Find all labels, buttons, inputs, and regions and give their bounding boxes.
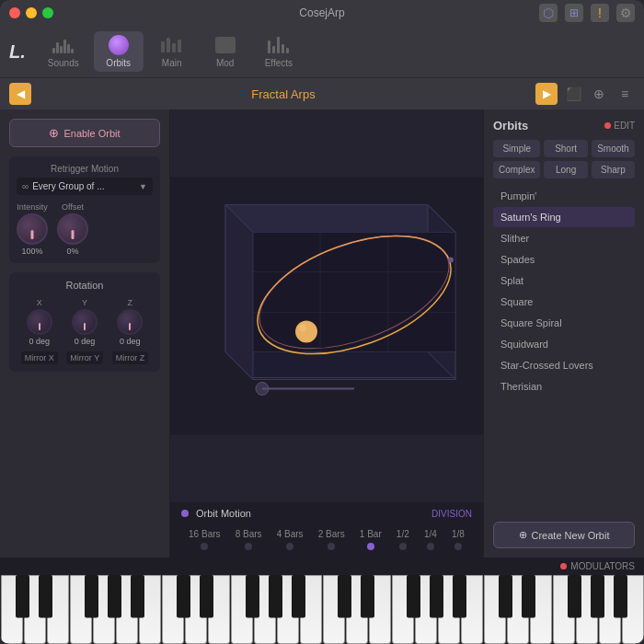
preset-next-button[interactable]: ▶ bbox=[535, 83, 558, 105]
mirror-x-button[interactable]: Mirror X bbox=[21, 351, 58, 364]
piano-key-as4[interactable] bbox=[614, 575, 627, 618]
dropdown-value: Every Group of ... bbox=[32, 181, 135, 191]
svg-marker-8 bbox=[225, 352, 455, 380]
orbit-item-therisian[interactable]: Therisian bbox=[493, 376, 635, 397]
div-quarter-dot bbox=[427, 543, 434, 550]
piano-key-cs2[interactable] bbox=[177, 575, 190, 618]
preset-save-icon[interactable]: ⬛ bbox=[563, 84, 583, 104]
grid-icon[interactable]: ⊞ bbox=[565, 4, 583, 22]
filter-short[interactable]: Short bbox=[544, 140, 587, 157]
piano-key-fs3[interactable] bbox=[407, 575, 420, 618]
piano-keyboard: .bk { fill: #1a1a1a; cursor: pointer; po… bbox=[0, 575, 644, 644]
orbits-header: Orbits EDIT bbox=[493, 119, 635, 132]
piano-key-cs4[interactable] bbox=[499, 575, 512, 618]
div-half-label: 1/2 bbox=[397, 529, 409, 539]
orbit-item-squidward[interactable]: Squidward bbox=[493, 334, 635, 354]
orbit-motion-label: Orbit Motion bbox=[196, 508, 251, 519]
piano-key-fs1[interactable] bbox=[85, 575, 98, 618]
warning-icon[interactable]: ! bbox=[591, 4, 609, 22]
preset-settings-icon[interactable]: ⊕ bbox=[589, 84, 609, 104]
settings-icon[interactable]: ⚙ bbox=[616, 4, 635, 22]
orbit-motion-indicator bbox=[181, 510, 189, 517]
division-quarter[interactable]: 1/4 bbox=[424, 529, 437, 550]
orbit-visualizer[interactable] bbox=[170, 109, 483, 502]
filter-smooth[interactable]: Smooth bbox=[592, 140, 635, 157]
mirror-z-button[interactable]: Mirror Z bbox=[112, 351, 149, 364]
div-4bars-dot bbox=[286, 543, 293, 550]
x-label: X bbox=[37, 298, 42, 307]
close-button[interactable] bbox=[9, 7, 20, 18]
tab-sounds[interactable]: Sounds bbox=[37, 31, 90, 72]
division-row: 16 Bars 8 Bars 4 Bars 2 Bars 1 Bar bbox=[170, 524, 483, 558]
piano-key-cs3[interactable] bbox=[338, 575, 351, 618]
enable-orbit-button[interactable]: ⊕ Enable Orbit bbox=[9, 119, 160, 147]
division-4bars[interactable]: 4 Bars bbox=[277, 529, 304, 550]
division-8bars[interactable]: 8 Bars bbox=[236, 529, 262, 550]
svg-rect-3 bbox=[178, 40, 181, 52]
piano-key-gs2[interactable] bbox=[269, 575, 282, 618]
knob-section: Intensity 100% Offset 0% bbox=[17, 202, 153, 256]
piano-key-ds4[interactable] bbox=[522, 575, 535, 618]
piano-key-as3[interactable] bbox=[453, 575, 466, 618]
div-1bar-dot bbox=[367, 543, 374, 550]
maximize-button[interactable] bbox=[42, 7, 53, 18]
piano-key-gs1[interactable] bbox=[108, 575, 121, 618]
orbit-item-saturns-ring[interactable]: Saturn's Ring bbox=[493, 207, 635, 227]
division-eighth[interactable]: 1/8 bbox=[452, 529, 465, 550]
titlebar-icons: ⬡ ⊞ ! ⚙ bbox=[539, 4, 635, 22]
piano-key-as1[interactable] bbox=[131, 575, 144, 618]
piano-key-gs3[interactable] bbox=[430, 575, 443, 618]
division-1bar[interactable]: 1 Bar bbox=[360, 529, 382, 550]
piano-key-fs4[interactable] bbox=[568, 575, 581, 618]
mirror-y-button[interactable]: Mirror Y bbox=[66, 351, 103, 364]
main-icon bbox=[158, 35, 186, 55]
create-orbit-button[interactable]: ⊕ Create New Orbit bbox=[493, 522, 635, 548]
loop-icon: ∞ bbox=[22, 181, 29, 191]
orbit-item-spades[interactable]: Spades bbox=[493, 249, 635, 270]
tab-mod-label: Mod bbox=[216, 58, 234, 68]
piano-key-as2[interactable] bbox=[292, 575, 305, 618]
piano-key-ds2[interactable] bbox=[200, 575, 213, 618]
retrigger-dropdown[interactable]: ∞ Every Group of ... ▼ bbox=[17, 178, 153, 195]
plus-icon: ⊕ bbox=[519, 529, 527, 541]
filter-sharp[interactable]: Sharp bbox=[592, 161, 635, 178]
svg-rect-10 bbox=[253, 233, 455, 352]
piano-key-ds3[interactable] bbox=[361, 575, 374, 618]
piano-key-ds1[interactable] bbox=[39, 575, 52, 618]
tab-effects-label: Effects bbox=[265, 58, 293, 68]
orbit-item-splat[interactable]: Splat bbox=[493, 270, 635, 291]
preset-prev-button[interactable]: ◀ bbox=[9, 83, 31, 105]
orbit-item-square-spiral[interactable]: Square Spiral bbox=[493, 313, 635, 333]
piano-key-fs2[interactable] bbox=[246, 575, 259, 618]
orbit-item-pumpkin[interactable]: Pumpin' bbox=[493, 186, 635, 206]
tab-orbits-label: Orbits bbox=[106, 58, 131, 68]
intensity-knob[interactable] bbox=[17, 213, 48, 245]
svg-marker-9 bbox=[225, 205, 253, 380]
filter-long[interactable]: Long bbox=[544, 161, 587, 178]
filter-simple[interactable]: Simple bbox=[493, 140, 540, 157]
tab-mod[interactable]: Mod bbox=[201, 31, 250, 72]
orbit-item-square[interactable]: Square bbox=[493, 292, 635, 312]
edit-button[interactable]: EDIT bbox=[604, 121, 635, 131]
modulators-button[interactable]: MODULATORS bbox=[560, 561, 635, 571]
piano-key-gs4[interactable] bbox=[591, 575, 604, 618]
y-knob[interactable] bbox=[72, 309, 98, 335]
top-nav: L. Sounds Orbits bbox=[0, 26, 644, 77]
z-knob[interactable] bbox=[117, 309, 143, 335]
orbit-item-slither[interactable]: Slither bbox=[493, 228, 635, 248]
cube-icon[interactable]: ⬡ bbox=[539, 4, 558, 22]
division-2bars[interactable]: 2 Bars bbox=[318, 529, 345, 550]
preset-more-icon[interactable]: ≡ bbox=[615, 84, 635, 104]
filter-complex[interactable]: Complex bbox=[493, 161, 540, 178]
tab-orbits[interactable]: Orbits bbox=[94, 31, 144, 72]
tab-effects[interactable]: Effects bbox=[254, 31, 304, 72]
div-8bars-label: 8 Bars bbox=[236, 529, 262, 539]
division-16bars[interactable]: 16 Bars bbox=[189, 529, 220, 550]
piano-key-cs1[interactable] bbox=[16, 575, 29, 618]
offset-knob[interactable] bbox=[57, 213, 88, 245]
division-half[interactable]: 1/2 bbox=[397, 529, 409, 550]
orbit-item-star-crossed[interactable]: Star-Crossed Lovers bbox=[493, 355, 635, 375]
tab-main[interactable]: Main bbox=[147, 31, 197, 72]
minimize-button[interactable] bbox=[26, 7, 37, 18]
x-knob[interactable] bbox=[27, 309, 52, 335]
